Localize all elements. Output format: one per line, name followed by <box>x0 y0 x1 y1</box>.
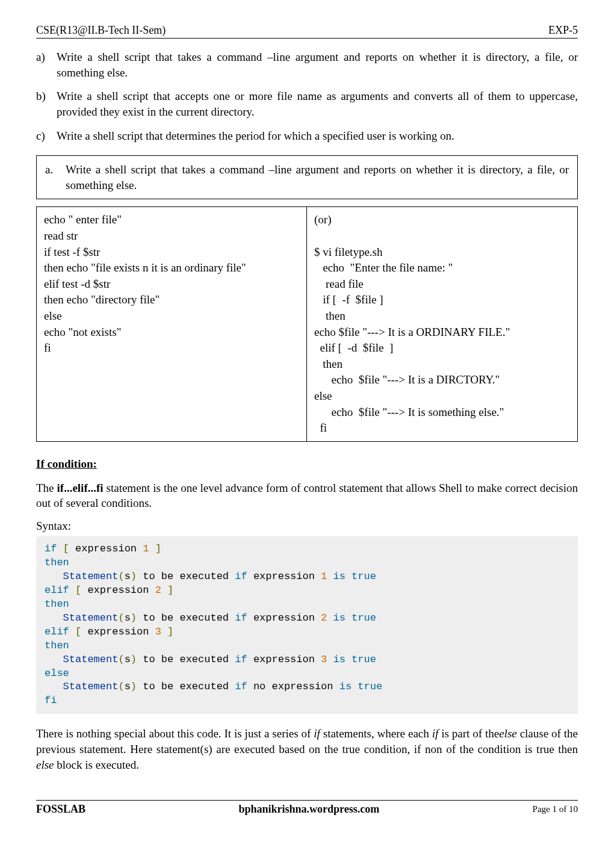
code-kw: fi <box>45 695 57 706</box>
code-paren: ( <box>118 681 124 692</box>
code-text: expression <box>81 584 155 596</box>
code-num: 2 <box>155 584 161 596</box>
sub-question-box: a. Write a shell script that takes a com… <box>36 155 578 199</box>
code-paren: ) <box>131 612 137 624</box>
code-right: (or) $ vi filetype.sh echo "Enter the fi… <box>307 207 577 441</box>
code-stmt: Statement <box>45 654 118 665</box>
header-right: EXP-5 <box>548 24 578 37</box>
code-kw: true <box>346 654 376 665</box>
code-kw: then <box>45 640 69 651</box>
code-num: 1 <box>143 543 149 554</box>
code-text: s <box>125 654 131 665</box>
code-kw: if <box>45 543 57 554</box>
para-text: statements, where each <box>320 727 432 740</box>
code-kw: if <box>235 571 247 582</box>
code-text: to be executed <box>137 654 235 665</box>
page-footer: FOSSLAB bphanikrishna.wordpress.com Page… <box>36 800 578 816</box>
code-text: s <box>125 681 131 692</box>
code-text: expression <box>81 626 155 637</box>
question-text: Write a shell script that accepts one or… <box>57 88 578 119</box>
code-kw: if <box>235 654 247 665</box>
header-left: CSE(R13@II.B-Tech II-Sem) <box>36 24 166 37</box>
question-letter: b) <box>36 88 57 119</box>
question-letter: a) <box>36 49 57 80</box>
para-text: statement is the one level advance form … <box>36 482 578 510</box>
para-italic: if <box>432 727 439 740</box>
code-text: expression <box>247 654 321 665</box>
code-left: echo " enter file" read str if test -f $… <box>37 207 307 441</box>
question-a: a) Write a shell script that takes a com… <box>36 49 578 80</box>
code-text: expression <box>265 681 339 692</box>
para-text: block is executed. <box>54 758 139 771</box>
syntax-code-block: if [ expression 1 ] then Statement(s) to… <box>36 536 578 714</box>
code-text: expression <box>247 571 321 582</box>
code-kw: if <box>235 612 247 624</box>
code-kw: else <box>45 668 69 679</box>
code-bracket: ] <box>161 584 173 596</box>
question-letter: c) <box>36 128 57 144</box>
code-kw: is <box>327 571 346 582</box>
code-kw: true <box>346 571 376 582</box>
code-kw: true <box>346 612 376 624</box>
box-question: a. Write a shell script that takes a com… <box>45 162 569 193</box>
question-text: Write a shell script that takes a comman… <box>57 49 578 80</box>
code-stmt: Statement <box>45 681 118 692</box>
code-paren: ( <box>118 654 124 665</box>
code-text: to be executed <box>137 571 235 582</box>
code-text: expression <box>247 612 321 624</box>
footer-center: bphanikrishna.wordpress.com <box>85 803 533 816</box>
code-stmt: Statement <box>45 571 118 582</box>
para-italic: if <box>314 727 320 740</box>
code-text: s <box>125 571 131 582</box>
code-kw: is <box>327 612 346 624</box>
question-c: c) Write a shell script that determines … <box>36 128 578 144</box>
code-num: 1 <box>321 571 327 582</box>
code-kw: is <box>340 681 352 692</box>
code-bracket: [ <box>69 626 81 637</box>
code-stmt: Statement <box>45 612 118 624</box>
question-list: a) Write a shell script that takes a com… <box>36 49 578 143</box>
question-text: Write a shell script that determines the… <box>57 128 578 144</box>
section-title: If condition: <box>36 457 578 471</box>
code-kw: is <box>327 654 346 665</box>
code-text: no <box>247 681 266 692</box>
code-kw: true <box>352 681 382 692</box>
question-text: Write a shell script that takes a comman… <box>66 162 569 193</box>
code-bracket: [ <box>57 543 69 554</box>
code-paren: ) <box>131 571 137 582</box>
code-paren: ( <box>118 571 124 582</box>
paragraph-if-desc: The if...elif...fi statement is the one … <box>36 480 578 511</box>
code-num: 3 <box>321 654 327 665</box>
para-text: There is nothing special about this code… <box>36 727 314 740</box>
code-paren: ) <box>131 654 137 665</box>
code-text: s <box>125 612 131 624</box>
code-bracket: ] <box>149 543 161 554</box>
para-text: is part of the <box>438 727 499 740</box>
code-num: 3 <box>155 626 161 637</box>
footer-right: Page 1 of 10 <box>533 804 578 814</box>
page-header: CSE(R13@II.B-Tech II-Sem) EXP-5 <box>36 24 578 39</box>
code-bracket: ] <box>161 626 173 637</box>
code-kw: then <box>45 557 69 568</box>
para-italic: else <box>36 758 54 771</box>
code-text: to be executed <box>137 681 235 692</box>
code-comparison-box: echo " enter file" read str if test -f $… <box>36 206 578 441</box>
code-kw: elif <box>45 626 69 637</box>
code-kw: if <box>235 681 247 692</box>
question-b: b) Write a shell script that accepts one… <box>36 88 578 119</box>
code-num: 2 <box>321 612 327 624</box>
syntax-label: Syntax: <box>36 519 578 533</box>
code-text: to be executed <box>137 612 235 624</box>
para-italic: else <box>499 727 517 740</box>
code-paren: ( <box>118 612 124 624</box>
para-text: The <box>36 482 57 494</box>
code-text: expression <box>69 543 143 554</box>
code-kw: then <box>45 598 69 610</box>
code-kw: elif <box>45 584 69 596</box>
code-paren: ) <box>131 681 137 692</box>
paragraph-explanation: There is nothing special about this code… <box>36 726 578 772</box>
footer-left: FOSSLAB <box>36 803 85 816</box>
question-letter: a. <box>45 162 66 193</box>
code-bracket: [ <box>69 584 81 596</box>
para-bold: if...elif...fi <box>57 482 104 494</box>
